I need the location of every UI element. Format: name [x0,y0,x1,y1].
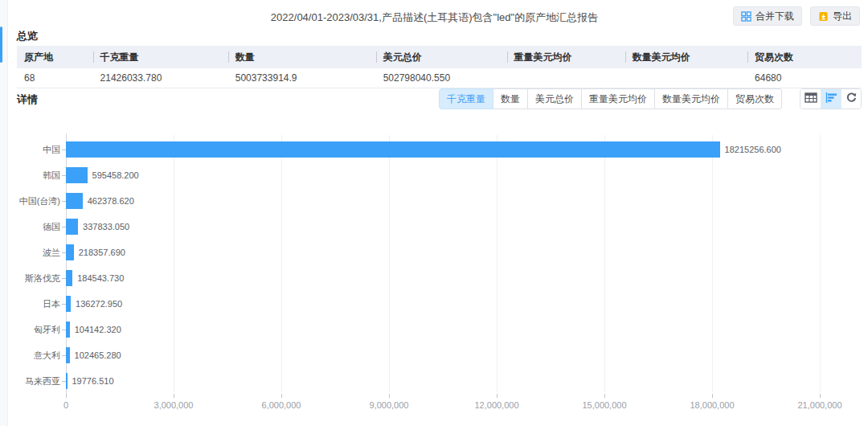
value-label: 19776.510 [72,376,114,386]
category-label: 德国 [17,221,62,233]
overview-cell: 68 [17,72,93,84]
x-axis-tick-label: 15,000,000 [582,400,626,410]
table-icon [805,92,817,106]
bar-zone: 595458.200 [66,167,821,183]
bar-zone: 102465.280 [66,347,821,363]
bar-zone: 337833.050 [66,219,821,235]
value-label: 104142.320 [75,325,121,334]
x-axis-tick [66,394,67,398]
metric-tab[interactable]: 重量美元均价 [582,88,655,109]
overview-table: 原产地千克重量数量美元总价重量美元均价数量美元均价贸易次数 6821426033… [17,46,862,88]
bar-zone: 218357.690 [66,244,821,260]
value-label: 462378.620 [88,196,134,206]
value-axis: 03,000,0006,000,0009,000,00012,000,00015… [17,394,862,413]
value-label: 18215256.600 [725,145,781,154]
overview-cell: 64680 [747,72,862,84]
chart-row: 匈牙利104142.320 [17,317,862,342]
metric-tab[interactable]: 千克重量 [439,88,493,109]
merge-download-label: 合并下载 [755,10,794,23]
value-label: 337833.050 [83,222,129,231]
chart-plot-area: 中国18215256.600韩国595458.200中国(台湾)462378.6… [17,137,862,394]
bar-zone: 462378.620 [66,193,821,209]
value-label: 136272.950 [76,299,122,309]
column-header: 原产地 [17,46,93,68]
metric-tab[interactable]: 美元总价 [528,88,582,109]
top-bar: 2022/04/01-2023/03/31,产品描述(土耳其语)包含"led"的… [9,6,860,27]
column-header: 美元总价 [376,46,507,68]
bar-chart-icon [825,92,837,106]
category-label: 斯洛伐克 [17,272,62,285]
value-label: 184543.730 [77,273,124,283]
value-label: 102465.280 [75,350,121,360]
bar-zone: 136272.950 [66,296,821,312]
merge-grid-icon [741,11,751,22]
x-axis-tick [389,394,390,398]
bar[interactable] [66,322,70,338]
overview-table-header: 原产地千克重量数量美元总价重量美元均价数量美元均价贸易次数 [17,46,862,68]
bar[interactable] [66,373,68,389]
x-axis-tick [604,394,605,398]
export-button[interactable]: 导出 [810,6,860,26]
left-scrollbar[interactable] [0,0,8,426]
metric-tab[interactable]: 贸易次数 [728,88,782,109]
bar-chart-view-button[interactable] [821,89,841,109]
bar[interactable] [66,141,720,158]
overview-table-row: 6821426033.7805003733914.9502798040.5506… [17,68,862,88]
bar[interactable] [66,193,83,209]
column-header: 贸易次数 [747,46,862,68]
x-axis-tick-label: 3,000,000 [154,400,194,410]
overview-cell: 5003733914.9 [228,72,376,84]
bar[interactable] [66,244,74,260]
merge-download-button[interactable]: 合并下载 [733,6,802,26]
x-axis-tick-label: 9,000,000 [370,400,409,410]
column-header: 数量 [228,46,376,68]
x-axis-tick-label: 18,000,000 [690,400,734,410]
chart-row: 意大利102465.280 [17,342,862,368]
bar[interactable] [66,270,72,286]
report-page: 2022/04/01-2023/03/31,产品描述(土耳其语)包含"led"的… [0,0,868,426]
bar[interactable] [66,296,71,312]
chart-row: 日本136272.950 [17,291,862,317]
x-axis-tick [820,394,821,398]
scrollbar-thumb[interactable] [0,27,2,63]
refresh-view-button[interactable] [841,89,861,109]
chart-row: 韩国595458.200 [17,162,862,188]
category-label: 日本 [17,298,62,310]
bar-zone: 184543.730 [66,270,821,286]
x-axis-tick-label: 0 [63,400,68,410]
category-label: 匈牙利 [17,324,62,336]
overview-cell: 21426033.780 [93,72,228,84]
bar-zone: 18215256.600 [66,141,821,158]
value-label: 218357.690 [79,248,125,257]
bar[interactable] [66,219,78,235]
chart-row: 中国(台湾)462378.620 [17,188,862,214]
column-header: 重量美元均价 [507,46,625,68]
bar[interactable] [66,347,70,363]
chart-row: 中国18215256.600 [17,137,862,162]
details-section-label: 详情 [17,92,38,107]
category-label: 波兰 [17,247,62,259]
x-axis-tick [497,394,497,398]
refresh-icon [845,92,857,106]
category-label: 中国 [17,144,62,156]
export-file-icon [818,11,829,22]
bar-zone: 19776.510 [66,373,821,389]
bar[interactable] [66,167,88,183]
x-axis-tick [174,394,174,398]
chart-row: 波兰218357.690 [17,240,862,265]
x-axis-tick [712,394,713,398]
value-label: 595458.200 [92,170,139,180]
chart-row: 马来西亚19776.510 [17,368,862,394]
bar-zone: 104142.320 [66,322,821,338]
metric-tabs: 千克重量数量美元总价重量美元均价数量美元均价贸易次数 [439,88,782,109]
category-label: 意大利 [17,350,62,362]
table-view-button[interactable] [800,89,821,109]
overview-section-label: 总览 [17,29,38,43]
category-label: 中国(台湾) [17,195,62,207]
view-toggle-group [800,88,862,109]
metric-tab[interactable]: 数量美元均价 [655,88,728,109]
chart-row: 斯洛伐克184543.730 [17,265,862,291]
metric-tab[interactable]: 数量 [493,88,528,109]
export-label: 导出 [833,10,852,23]
bar-chart: 中国18215256.600韩国595458.200中国(台湾)462378.6… [17,137,862,418]
